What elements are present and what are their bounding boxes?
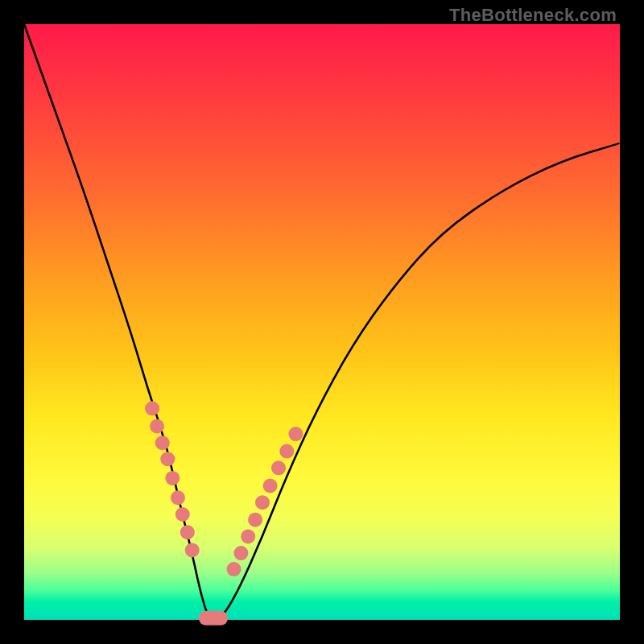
- scatter-dot: [279, 444, 294, 459]
- scatter-dot: [263, 479, 278, 493]
- floor-pill: [199, 611, 228, 625]
- chart-svg: [24, 24, 620, 620]
- brand-watermark: TheBottleneck.com: [449, 5, 617, 26]
- scatter-dot: [271, 460, 286, 475]
- plot-area: [24, 24, 620, 620]
- scatter-dot: [155, 436, 170, 450]
- scatter-dot: [145, 401, 159, 415]
- scatter-dot: [165, 471, 180, 485]
- chart-frame: TheBottleneck.com: [0, 0, 644, 644]
- scatter-dot: [160, 452, 175, 466]
- scatter-dot: [171, 490, 185, 505]
- scatter-dot: [180, 525, 195, 539]
- scatter-dot: [233, 546, 248, 560]
- scatter-dot: [150, 419, 164, 434]
- scatter-dot: [175, 507, 190, 522]
- scatter-dot: [288, 427, 303, 441]
- scatter-dot: [248, 513, 262, 527]
- scatter-dots: [145, 401, 303, 576]
- scatter-dot: [241, 529, 255, 543]
- scatter-dot: [227, 562, 242, 576]
- bottleneck-curve: [24, 24, 620, 620]
- scatter-dot: [255, 495, 270, 510]
- floor-segment: [199, 611, 228, 625]
- scatter-dot: [185, 543, 200, 557]
